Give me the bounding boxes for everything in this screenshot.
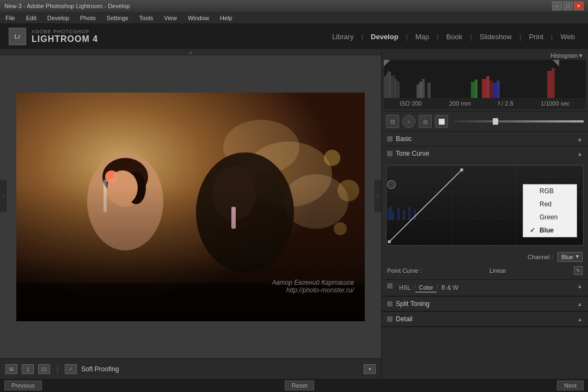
detail-toggle[interactable]: ▲ bbox=[577, 316, 583, 322]
tab-bw[interactable]: B & W bbox=[438, 283, 462, 292]
tone-curve-toggle[interactable]: ▲ bbox=[577, 151, 583, 157]
exposure-slider-thumb[interactable] bbox=[493, 118, 498, 125]
nav-map[interactable]: Map bbox=[411, 30, 433, 43]
menu-bar: File Edit Develop Photo Settings Tools V… bbox=[0, 12, 588, 24]
menu-photo[interactable]: Photo bbox=[78, 14, 98, 22]
svg-point-60 bbox=[388, 181, 395, 188]
view-mode-2[interactable]: ▯ bbox=[22, 364, 34, 374]
logo-line1: ADOBE PHOTOSHOP bbox=[32, 29, 98, 34]
filmstrip-toggle[interactable]: ▾ bbox=[364, 364, 376, 374]
nav-library[interactable]: Library bbox=[328, 30, 358, 43]
logo-line2: LIGHTROOM 4 bbox=[32, 34, 98, 44]
nav-print[interactable]: Print bbox=[524, 30, 548, 43]
menu-edit[interactable]: Edit bbox=[24, 14, 39, 22]
channel-dropdown[interactable]: Blue ▼ bbox=[558, 252, 583, 262]
nav-links: Library | Develop | Map | Book | Slidesh… bbox=[328, 30, 579, 43]
basic-panel-toggle[interactable]: ▲ bbox=[577, 136, 583, 142]
color-row: HSL / Color / B & W ▲ bbox=[382, 280, 588, 296]
close-button[interactable]: ✕ bbox=[574, 2, 584, 10]
photo-panel: ▲ bbox=[0, 49, 381, 379]
svg-rect-32 bbox=[416, 84, 419, 98]
spot-removal-tool[interactable]: ○ bbox=[402, 115, 415, 128]
menu-develop[interactable]: Develop bbox=[45, 14, 71, 22]
main-photo: Автор Евгений Карташов http://photo-mons… bbox=[16, 93, 365, 321]
logo-area: Lr ADOBE PHOTOSHOP LIGHTROOM 4 bbox=[9, 28, 98, 45]
basic-section: Basic ▲ bbox=[382, 132, 588, 146]
menu-settings[interactable]: Settings bbox=[105, 14, 131, 22]
tone-curve-target[interactable] bbox=[387, 180, 396, 191]
menu-tools[interactable]: Tools bbox=[137, 14, 156, 22]
point-curve-edit-button[interactable]: ✎ bbox=[574, 266, 583, 275]
svg-rect-40 bbox=[475, 79, 477, 98]
point-curve-value: Linear bbox=[489, 267, 506, 274]
top-nav: Lr ADOBE PHOTOSHOP LIGHTROOM 4 Library |… bbox=[0, 24, 588, 49]
maximize-button[interactable]: □ bbox=[563, 2, 573, 10]
svg-rect-35 bbox=[427, 83, 431, 98]
histogram-section: Histogram ▼ bbox=[382, 49, 588, 112]
menu-help[interactable]: Help bbox=[218, 14, 235, 22]
histogram-expand-icon[interactable]: ▼ bbox=[578, 52, 584, 59]
svg-rect-30 bbox=[396, 81, 398, 98]
histogram-canvas bbox=[384, 60, 586, 98]
detail-label: Detail bbox=[396, 315, 413, 323]
svg-rect-37 bbox=[486, 76, 489, 98]
view-mode-button[interactable]: ⊞ bbox=[5, 364, 17, 374]
tab-color[interactable]: Color bbox=[415, 283, 436, 292]
menu-view[interactable]: View bbox=[162, 14, 179, 22]
view-mode-3[interactable]: ▯▯ bbox=[38, 364, 50, 374]
svg-rect-33 bbox=[419, 82, 422, 98]
shutter-value: 1/1000 sec bbox=[541, 100, 570, 107]
nav-slideshow[interactable]: Slideshow bbox=[475, 30, 516, 43]
svg-rect-44 bbox=[552, 68, 555, 98]
redeye-tool[interactable]: ◎ bbox=[419, 115, 432, 128]
menu-file[interactable]: File bbox=[3, 14, 17, 22]
iso-value: ISO 200 bbox=[400, 100, 421, 107]
soft-proofing-toggle[interactable]: ✓ bbox=[65, 364, 77, 374]
tool-row: ⊡ ○ ◎ ⬜ bbox=[382, 112, 588, 132]
nav-book[interactable]: Book bbox=[442, 30, 467, 43]
channel-value: Blue bbox=[561, 254, 573, 260]
svg-point-16 bbox=[324, 150, 340, 166]
svg-rect-43 bbox=[547, 71, 552, 98]
svg-point-61 bbox=[390, 183, 393, 186]
svg-rect-53 bbox=[397, 208, 400, 220]
hsl-toggle[interactable]: ▲ bbox=[577, 283, 583, 292]
svg-rect-27 bbox=[391, 76, 393, 98]
soft-proofing-label: Soft Proofing bbox=[81, 365, 119, 373]
camera-info: ISO 200 200 mm f / 2.8 1/1000 sec bbox=[384, 98, 586, 109]
right-panel-collapse[interactable]: › bbox=[373, 180, 381, 212]
split-toning-icon bbox=[387, 301, 393, 307]
tone-curve-header[interactable]: Tone Curve ▲ bbox=[382, 146, 588, 161]
window-controls: ─ □ ✕ bbox=[552, 2, 584, 10]
next-button[interactable]: Next bbox=[557, 381, 584, 390]
detail-header[interactable]: Detail ▲ bbox=[382, 312, 588, 327]
channel-option-red[interactable]: Red bbox=[523, 198, 577, 211]
crop-tool[interactable]: ⊡ bbox=[386, 115, 399, 128]
exposure-slider[interactable] bbox=[454, 120, 584, 122]
channel-option-blue[interactable]: ✓ Blue bbox=[523, 224, 577, 237]
detail-section: Detail ▲ bbox=[382, 312, 588, 327]
left-panel-toggle[interactable]: ‹ bbox=[0, 180, 8, 212]
previous-button[interactable]: Previous bbox=[4, 381, 42, 390]
nav-web[interactable]: Web bbox=[556, 30, 580, 43]
nav-develop[interactable]: Develop bbox=[366, 30, 403, 43]
tab-hsl[interactable]: HSL bbox=[396, 283, 414, 292]
hsl-section: HSL / Color / B & W ▲ bbox=[382, 280, 588, 297]
channel-option-green[interactable]: Green bbox=[523, 211, 577, 224]
basic-panel-header[interactable]: Basic ▲ bbox=[382, 132, 588, 146]
svg-rect-28 bbox=[393, 75, 395, 98]
split-toning-toggle[interactable]: ▲ bbox=[577, 301, 583, 307]
histogram-label: Histogram bbox=[550, 52, 578, 59]
svg-point-59 bbox=[460, 168, 463, 171]
svg-rect-29 bbox=[395, 79, 396, 98]
svg-rect-41 bbox=[493, 83, 497, 98]
point-curve-label: Point Curve : bbox=[387, 267, 422, 274]
svg-point-58 bbox=[388, 240, 391, 243]
graduated-filter-tool[interactable]: ⬜ bbox=[435, 115, 448, 128]
svg-rect-51 bbox=[390, 206, 392, 220]
channel-option-rgb[interactable]: RGB bbox=[523, 185, 577, 198]
menu-window[interactable]: Window bbox=[186, 14, 211, 22]
reset-button[interactable]: Reset bbox=[285, 381, 315, 390]
minimize-button[interactable]: ─ bbox=[552, 2, 562, 10]
split-toning-header[interactable]: Split Toning ▲ bbox=[382, 297, 588, 311]
